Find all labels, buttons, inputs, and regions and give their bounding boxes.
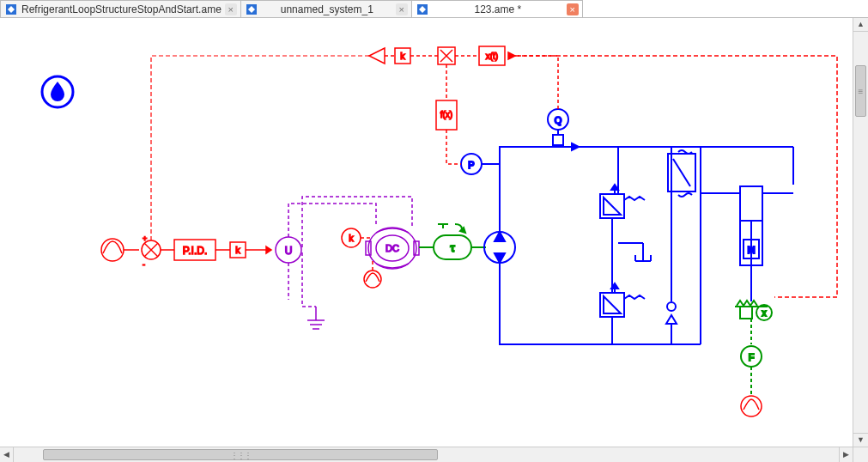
tau-label: τ [450, 241, 455, 254]
svg-rect-68 [740, 307, 752, 319]
k-red-label: k [400, 51, 405, 61]
f-label: F [749, 352, 755, 362]
relief-valve-bottom-block[interactable] [600, 283, 645, 317]
signal-source2-block[interactable] [364, 271, 381, 288]
gain-k-red-block[interactable]: k [395, 48, 410, 64]
k-label: k [235, 245, 240, 255]
function-block[interactable]: f(x) [436, 100, 457, 130]
derivative-block[interactable]: x(t) [479, 46, 505, 65]
tab-bar: RefrigerantLoopStructureStopAndStart.ame… [0, 0, 868, 18]
u-label: U [285, 245, 293, 257]
tab-label: 123.ame * [433, 3, 563, 15]
svg-text:-: - [143, 260, 145, 269]
tank-small-icon [635, 243, 651, 261]
scroll-up-button[interactable]: ▲ [853, 18, 868, 32]
cylinder-block[interactable]: M [740, 186, 762, 301]
pressure-sensor-block[interactable]: P [461, 154, 482, 174]
tab-refrigerant[interactable]: RefrigerantLoopStructureStopAndStart.ame… [0, 0, 241, 17]
svg-point-59 [667, 302, 676, 311]
pump-block[interactable] [484, 232, 515, 263]
x-label: x [762, 308, 767, 318]
fluid-library-icon[interactable] [42, 76, 73, 107]
voltage-source-block[interactable]: U [276, 237, 301, 263]
app-icon [6, 4, 16, 15]
vertical-scroll-thumb[interactable] [855, 65, 866, 117]
svg-marker-81 [508, 52, 515, 59]
tab-123[interactable]: 123.ame * × [411, 0, 583, 17]
app-icon [417, 4, 428, 15]
close-icon[interactable]: × [225, 3, 237, 15]
diagram-canvas[interactable]: + - P.I.D. k [0, 18, 853, 447]
force-block[interactable]: F [741, 346, 762, 367]
xt-label: x(t) [486, 52, 498, 61]
scroll-corner [853, 447, 868, 462]
svg-marker-37 [495, 232, 505, 241]
p-label: P [468, 160, 474, 170]
svg-text:+: + [143, 234, 147, 243]
torque-block[interactable]: τ [434, 224, 471, 259]
svg-marker-72 [369, 48, 385, 64]
svg-marker-47 [604, 198, 621, 215]
ground-icon [307, 307, 325, 329]
horizontal-scroll-thumb[interactable] [43, 449, 438, 460]
check-valve-block[interactable] [666, 302, 677, 324]
triangle-gain-block[interactable] [369, 48, 385, 64]
scroll-right-button[interactable]: ▶ [839, 447, 853, 462]
fx-label: f(x) [440, 110, 452, 119]
tab-label: RefrigerantLoopStructureStopAndStart.ame [21, 3, 222, 15]
m-label: M [747, 245, 755, 255]
pid-label: P.I.D. [183, 245, 207, 257]
tab-label: unnamed_system_1 [262, 3, 392, 15]
svg-marker-16 [266, 246, 271, 253]
vertical-scrollbar[interactable]: ▲ ▼ [853, 18, 868, 447]
dc-label: DC [385, 243, 399, 253]
svg-marker-56 [604, 296, 621, 313]
dc-motor-block[interactable]: DC [366, 228, 419, 269]
flow-sensor-block[interactable]: Q [548, 109, 568, 130]
gain-k2-block[interactable]: k [342, 228, 361, 247]
horizontal-scrollbar[interactable]: ◀ ▶ [0, 447, 853, 462]
pid-block[interactable]: P.I.D. [174, 240, 215, 260]
signal-source3-block[interactable] [741, 396, 762, 416]
svg-marker-33 [460, 228, 465, 233]
svg-marker-49 [611, 185, 618, 190]
svg-marker-38 [495, 253, 505, 263]
signal-source-block[interactable] [101, 239, 124, 261]
tab-unnamed[interactable]: unnamed_system_1 × [240, 0, 412, 17]
multiply-block[interactable] [438, 47, 455, 64]
scroll-left-button[interactable]: ◀ [0, 447, 14, 462]
k2-label: k [349, 233, 354, 243]
gain-k-block[interactable]: k [230, 242, 246, 258]
app-icon [246, 4, 257, 15]
svg-marker-45 [572, 143, 579, 150]
svg-rect-42 [553, 135, 563, 145]
close-icon[interactable]: × [567, 3, 579, 15]
close-icon[interactable]: × [396, 3, 408, 15]
scroll-down-button[interactable]: ▼ [853, 433, 868, 447]
relief-valve-top-block[interactable] [600, 185, 645, 218]
workspace: + - P.I.D. k [0, 18, 868, 462]
svg-marker-60 [666, 315, 677, 324]
q-label: Q [555, 115, 562, 125]
